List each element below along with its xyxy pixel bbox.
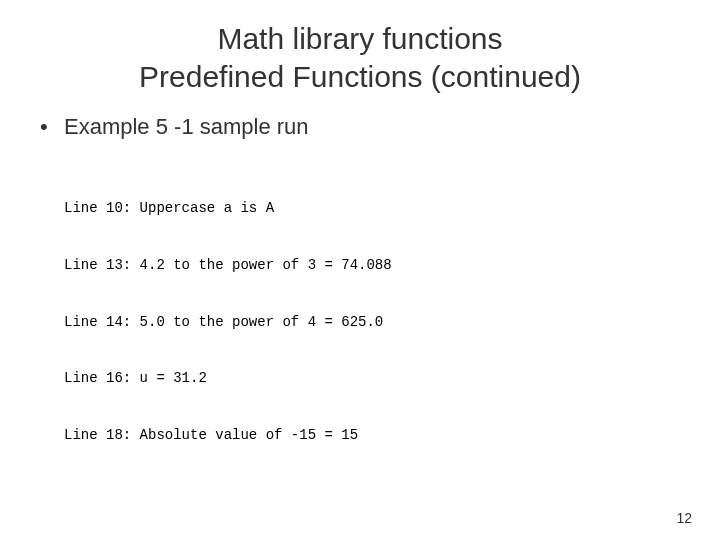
bullet-dot-icon: • [40,113,64,142]
title-line-2: Predefined Functions (continued) [139,60,581,93]
code-line: Line 14: 5.0 to the power of 4 = 625.0 [64,313,680,332]
bullet-text: Example 5 -1 sample run [64,113,309,142]
slide: Math library functions Predefined Functi… [0,0,720,540]
slide-body: • Example 5 -1 sample run Line 10: Upper… [0,95,720,483]
code-line: Line 16: u = 31.2 [64,369,680,388]
sample-output: Line 10: Uppercase a is A Line 13: 4.2 t… [64,162,680,483]
code-line: Line 10: Uppercase a is A [64,199,680,218]
page-number: 12 [676,510,692,526]
code-line: Line 18: Absolute value of -15 = 15 [64,426,680,445]
bullet-item: • Example 5 -1 sample run [40,113,680,142]
title-line-1: Math library functions [217,22,502,55]
slide-title: Math library functions Predefined Functi… [0,0,720,95]
code-line: Line 13: 4.2 to the power of 3 = 74.088 [64,256,680,275]
